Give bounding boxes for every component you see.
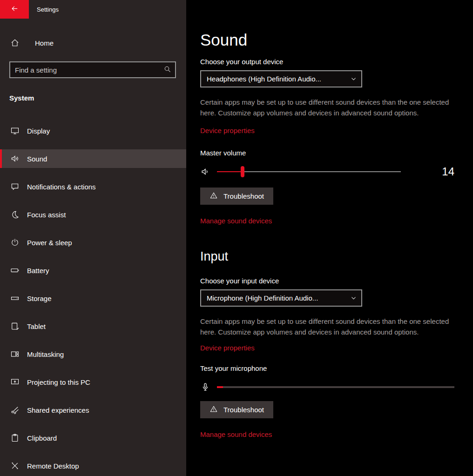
volume-value: 14 [442, 165, 454, 178]
input-device-dropdown[interactable]: Microphone (High Definition Audio... [200, 289, 362, 307]
output-description: Certain apps may be set up to use differ… [200, 97, 457, 118]
sidebar-item-label: Storage [27, 295, 52, 302]
input-description: Certain apps may be set up to use differ… [200, 316, 457, 337]
titlebar: Settings [0, 0, 186, 19]
master-volume-row: 14 [200, 164, 454, 179]
sidebar-item-display[interactable]: Display [0, 121, 186, 140]
troubleshoot-label: Troubleshoot [223, 406, 264, 414]
sidebar-item-sound[interactable]: Sound [0, 149, 186, 168]
volume-slider[interactable] [217, 164, 401, 179]
sidebar-item-label: Battery [27, 267, 49, 275]
sidebar-item-label: Power & sleep [27, 239, 72, 247]
page-title: Sound [200, 31, 454, 49]
clipboard-icon [10, 433, 20, 443]
chevron-down-icon [350, 295, 357, 302]
sidebar-item-focus-assist[interactable]: Focus assist [0, 205, 186, 224]
sidebar-item-multitasking[interactable]: Multitasking [0, 345, 186, 363]
mic-level-fill [217, 386, 223, 388]
sidebar: Settings Home System Display [0, 0, 186, 476]
input-manage-devices-link[interactable]: Manage sound devices [200, 430, 272, 438]
sidebar-item-label: Display [27, 127, 50, 135]
main-content: Sound Choose your output device Headphon… [186, 0, 473, 476]
focus-assist-icon [10, 209, 20, 220]
sidebar-item-notifications[interactable]: Notifications & actions [0, 177, 186, 196]
power-icon [10, 237, 20, 248]
search-box [9, 61, 176, 78]
projecting-icon [10, 377, 20, 387]
app-title: Settings [37, 6, 59, 13]
back-button[interactable] [0, 0, 29, 19]
sound-icon [10, 154, 20, 164]
tablet-icon [10, 321, 20, 331]
storage-icon [10, 293, 20, 303]
shared-experiences-icon [10, 405, 20, 415]
sidebar-item-label: Projecting to this PC [27, 378, 90, 386]
speaker-icon[interactable] [200, 167, 210, 177]
microphone-icon [200, 382, 210, 392]
master-volume-label: Master volume [200, 149, 454, 157]
sidebar-item-label: Shared experiences [27, 406, 89, 414]
notifications-icon [10, 181, 20, 192]
output-manage-devices-link[interactable]: Manage sound devices [200, 217, 272, 225]
mic-level-row [200, 381, 454, 394]
display-icon [10, 126, 20, 136]
home-icon [10, 38, 20, 48]
sidebar-item-remote-desktop[interactable]: Remote Desktop [0, 456, 186, 475]
warning-icon [209, 191, 218, 201]
output-device-properties-link[interactable]: Device properties [200, 127, 255, 134]
sidebar-item-label: Sound [27, 155, 47, 163]
sidebar-section-label: System [9, 94, 186, 102]
sidebar-item-battery[interactable]: Battery [0, 261, 186, 280]
home-label: Home [35, 39, 54, 47]
settings-window: Settings Home System Display [0, 0, 473, 476]
input-device-value: Microphone (High Definition Audio... [207, 294, 318, 302]
input-device-label: Choose your input device [200, 277, 454, 285]
sidebar-item-tablet[interactable]: Tablet [0, 317, 186, 335]
output-troubleshoot-button[interactable]: Troubleshoot [200, 188, 273, 205]
input-troubleshoot-button[interactable]: Troubleshoot [200, 401, 273, 418]
search-input[interactable] [9, 61, 176, 78]
sidebar-item-label: Tablet [27, 322, 46, 330]
warning-icon [209, 405, 218, 415]
multitasking-icon [10, 349, 20, 359]
sidebar-item-label: Notifications & actions [27, 183, 96, 191]
battery-icon [10, 265, 20, 275]
sidebar-item-label: Multitasking [27, 350, 64, 358]
sidebar-item-label: Focus assist [27, 211, 66, 219]
sidebar-item-shared-experiences[interactable]: Shared experiences [0, 401, 186, 419]
sidebar-item-storage[interactable]: Storage [0, 289, 186, 308]
output-device-dropdown[interactable]: Headphones (High Definition Audio... [200, 70, 362, 87]
output-device-value: Headphones (High Definition Audio... [207, 75, 321, 83]
sidebar-nav: Display Sound Notifications & actions Fo… [0, 121, 186, 475]
sidebar-item-label: Clipboard [27, 434, 57, 442]
remote-desktop-icon [10, 461, 20, 471]
back-arrow-icon [11, 5, 19, 14]
mic-level-meter [217, 386, 454, 388]
sidebar-item-clipboard[interactable]: Clipboard [0, 429, 186, 447]
troubleshoot-label: Troubleshoot [223, 192, 264, 200]
output-device-label: Choose your output device [200, 58, 454, 66]
sidebar-item-projecting[interactable]: Projecting to this PC [0, 373, 186, 391]
input-section-title: Input [200, 249, 454, 264]
sidebar-item-power-sleep[interactable]: Power & sleep [0, 233, 186, 252]
volume-slider-fill [217, 171, 243, 172]
volume-slider-thumb[interactable] [241, 166, 244, 177]
sidebar-item-label: Remote Desktop [27, 462, 79, 470]
sidebar-item-home[interactable]: Home [0, 34, 186, 52]
chevron-down-icon [350, 75, 357, 82]
input-device-properties-link[interactable]: Device properties [200, 344, 255, 352]
test-microphone-label: Test your microphone [200, 364, 454, 372]
search-icon[interactable] [163, 65, 172, 74]
